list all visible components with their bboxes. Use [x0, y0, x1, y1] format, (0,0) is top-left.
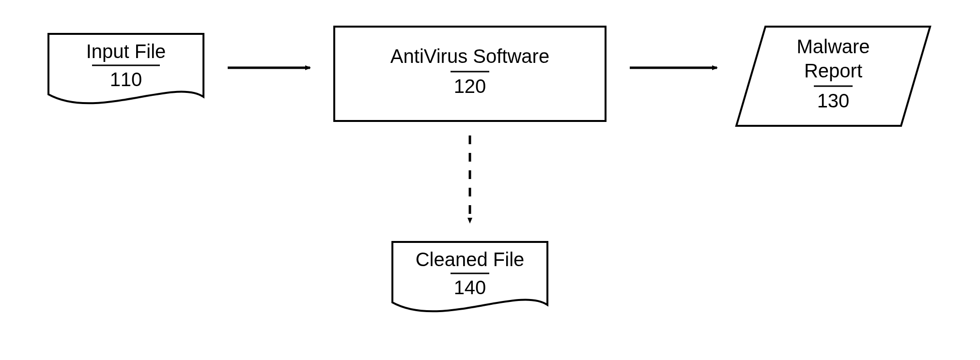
report-line1: Malware	[796, 36, 870, 57]
cleaned-label: Cleaned File	[416, 249, 525, 270]
antivirus-process-node: AntiVirus Software 120	[334, 27, 606, 121]
antivirus-label: AntiVirus Software	[390, 45, 549, 67]
flowchart-diagram: Input File 110 AntiVirus Software 120 Ma…	[0, 0, 980, 360]
cleaned-number: 140	[454, 277, 486, 298]
input-file-label: Input File	[86, 41, 166, 62]
input-file-node: Input File 110	[48, 34, 203, 103]
antivirus-number: 120	[454, 75, 486, 97]
input-file-number: 110	[110, 69, 142, 90]
cleaned-file-node: Cleaned File 140	[392, 242, 547, 311]
svg-rect-1	[334, 27, 606, 121]
report-line2: Report	[804, 60, 862, 81]
malware-report-node: Malware Report 130	[736, 27, 930, 126]
report-number: 130	[817, 90, 850, 111]
